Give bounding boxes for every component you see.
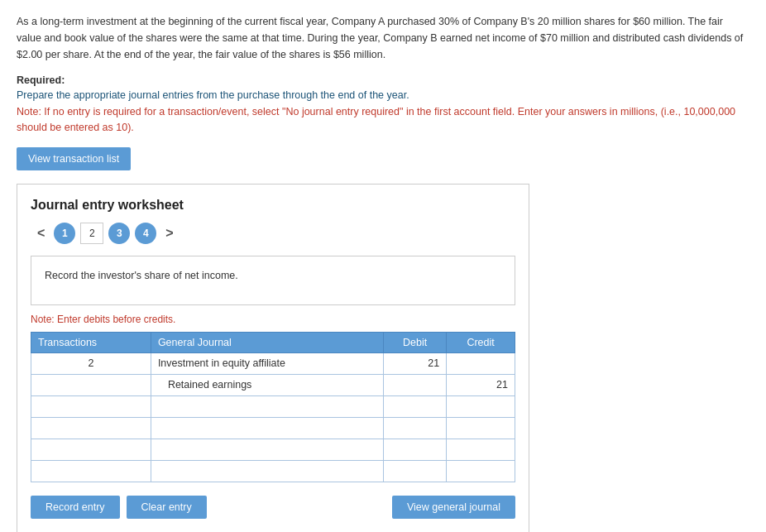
table-row-tx-1 (31, 374, 151, 395)
table-row-credit-4[interactable] (447, 439, 515, 460)
table-row-journal-0[interactable]: Investment in equity affiliate (151, 352, 383, 374)
clear-entry-button[interactable]: Clear entry (127, 496, 207, 519)
tab-4[interactable]: 4 (135, 223, 156, 244)
table-row-credit-0[interactable] (447, 352, 515, 374)
tab-navigation: < 1 2 3 4 > (31, 223, 515, 244)
table-row-journal-2[interactable] (151, 395, 383, 417)
bottom-buttons: Record entry Clear entry View general jo… (31, 496, 515, 519)
table-row-debit-2[interactable] (384, 395, 447, 417)
table-row-tx-2 (31, 395, 151, 417)
record-entry-button[interactable]: Record entry (31, 496, 120, 519)
col-header-credit: Credit (447, 332, 515, 352)
required-note: Note: If no entry is required for a tran… (17, 104, 749, 136)
table-row-debit-1[interactable] (384, 374, 447, 395)
table-row-credit-5[interactable] (447, 460, 515, 482)
worksheet-title: Journal entry worksheet (31, 198, 515, 213)
table-row-credit-1[interactable]: 21 (447, 374, 515, 395)
nav-right-arrow[interactable]: > (159, 224, 180, 242)
view-transaction-button[interactable]: View transaction list (17, 147, 131, 170)
table-row-debit-4[interactable] (384, 439, 447, 460)
nav-left-arrow[interactable]: < (31, 224, 51, 242)
table-row-journal-5[interactable] (151, 460, 383, 482)
worksheet-container: Journal entry worksheet < 1 2 3 4 > Reco… (17, 184, 529, 533)
col-header-general-journal: General Journal (151, 332, 383, 352)
intro-paragraph: As a long-term investment at the beginni… (17, 13, 749, 63)
table-row-tx-0: 2 (31, 352, 151, 374)
col-header-debit: Debit (384, 332, 447, 352)
table-row-debit-0[interactable]: 21 (384, 352, 447, 374)
instruction-box: Record the investor's share of net incom… (31, 256, 515, 305)
table-row-tx-3 (31, 417, 151, 439)
table-row-debit-5[interactable] (384, 460, 447, 482)
table-row-tx-5 (31, 460, 151, 482)
table-row-credit-3[interactable] (447, 417, 515, 439)
tab-1[interactable]: 1 (54, 223, 75, 244)
table-row-journal-3[interactable] (151, 417, 383, 439)
table-row-journal-4[interactable] (151, 439, 383, 460)
table-row-journal-1[interactable]: Retained earnings (151, 374, 383, 395)
journal-table: Transactions General Journal Debit Credi… (31, 332, 515, 482)
required-label: Required: (17, 74, 749, 86)
required-section: Required: Prepare the appropriate journa… (17, 74, 749, 136)
note-debits: Note: Enter debits before credits. (31, 314, 515, 325)
col-header-transactions: Transactions (31, 332, 151, 352)
table-row-tx-4 (31, 439, 151, 460)
prepare-text: Prepare the appropriate journal entries … (17, 89, 749, 101)
table-row-debit-3[interactable] (384, 417, 447, 439)
instruction-text: Record the investor's share of net incom… (45, 270, 238, 281)
tab-3[interactable]: 3 (108, 223, 130, 244)
tab-2[interactable]: 2 (80, 223, 103, 244)
view-general-journal-button[interactable]: View general journal (392, 496, 515, 519)
table-row-credit-2[interactable] (447, 395, 515, 417)
